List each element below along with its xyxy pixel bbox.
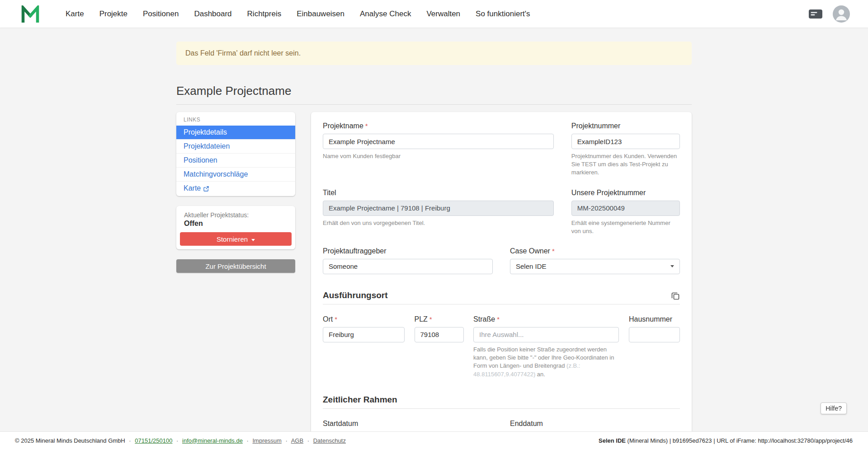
footer-datenschutz-link[interactable]: Datenschutz: [313, 437, 346, 444]
projektname-helper: Name vom Kunden festlegbar: [323, 152, 554, 160]
case-owner-select[interactable]: Selen IDE: [510, 259, 680, 274]
nav-karte[interactable]: Karte: [58, 0, 92, 28]
projektnummer-input[interactable]: [571, 134, 680, 149]
nav-positionen[interactable]: Positionen: [135, 0, 186, 28]
separator: ·: [247, 437, 249, 444]
case-owner-field: Case Owner* Selen IDE: [510, 247, 680, 274]
strasse-input[interactable]: [473, 327, 619, 342]
help-button[interactable]: Hilfe?: [821, 402, 847, 414]
alert-warning: Das Feld 'Firma' darf nicht leer sein.: [176, 42, 692, 65]
plz-field: PLZ*: [415, 315, 464, 342]
startdatum-label: Startdatum: [323, 420, 493, 428]
hausnummer-field: Hausnummer: [629, 315, 680, 342]
status-label: Aktueller Projektstatus:: [176, 206, 295, 220]
startdatum-field: Startdatum: [323, 420, 493, 431]
unsere-projektnummer-helper: Erhält eine systemgenerierte Nummer von …: [571, 219, 680, 235]
page-body: Das Feld 'Firma' darf nicht leer sein. E…: [0, 28, 868, 431]
strasse-field: Straße* Falls die Position keiner Straße…: [473, 315, 619, 379]
sidebar-item-label: Matchingvorschläge: [184, 170, 248, 178]
footer-session-rest: (Mineral Minds) | b91695ed7623 | URL of …: [626, 437, 853, 444]
copyright-text: © 2025 Mineral Minds Deutschland GmbH: [15, 437, 125, 444]
footer: © 2025 Mineral Minds Deutschland GmbH · …: [0, 431, 868, 449]
title-divider: [176, 104, 692, 105]
required-marker: *: [365, 122, 368, 130]
nav-projekte[interactable]: Projekte: [92, 0, 135, 28]
footer-phone-link[interactable]: 07151/250100: [135, 437, 172, 444]
footer-agb-link[interactable]: AGB: [291, 437, 303, 444]
projektname-label: Projektname*: [323, 122, 554, 130]
external-link-icon: [203, 186, 209, 192]
navbar-actions: [808, 5, 850, 23]
main-nav: Karte Projekte Positionen Dashboard Rich…: [58, 0, 538, 28]
footer-impressum-link[interactable]: Impressum: [252, 437, 281, 444]
projektnummer-label: Projektnummer: [571, 122, 680, 130]
links-header: LINKS: [176, 112, 295, 126]
user-avatar[interactable]: [833, 5, 850, 23]
enddatum-label: Enddatum: [510, 420, 680, 428]
projektname-input[interactable]: [323, 134, 554, 149]
nav-analyse-check[interactable]: Analyse Check: [352, 0, 419, 28]
section-zeitlicher-rahmen: Zeitlicher Rahmen: [323, 395, 397, 405]
ort-input[interactable]: [323, 327, 405, 342]
status-value: Offen: [176, 220, 295, 232]
sidebar-item-projektdetails[interactable]: Projektdetails: [176, 126, 295, 139]
separator: ·: [285, 437, 287, 444]
copy-icon[interactable]: [671, 291, 680, 300]
nav-einbauweisen[interactable]: Einbauweisen: [289, 0, 352, 28]
sidebar-item-label: Projektdetails: [184, 128, 227, 136]
back-to-projects-button[interactable]: Zur Projektübersicht: [176, 259, 295, 273]
nav-verwalten[interactable]: Verwalten: [419, 0, 468, 28]
sidebar-item-matchingvorschlaege[interactable]: Matchingvorschläge: [176, 167, 295, 181]
sidebar-item-positionen[interactable]: Positionen: [176, 153, 295, 167]
enddatum-field: Enddatum: [510, 420, 680, 431]
required-marker: *: [429, 315, 432, 323]
server-icon[interactable]: [808, 8, 823, 20]
projektname-field: Projektname* Name vom Kunden festlegbar: [323, 122, 554, 160]
sidebar-item-karte[interactable]: Karte: [176, 181, 295, 195]
mineral-minds-logo: [21, 5, 40, 23]
titel-helper: Erhält den von uns vorgegebenen Titel.: [323, 219, 554, 227]
footer-user: Selen IDE: [599, 437, 626, 444]
unsere-projektnummer-field: Unsere Projektnummer Erhält eine systemg…: [571, 189, 680, 235]
alert-message: Das Feld 'Firma' darf nicht leer sein.: [185, 49, 301, 57]
required-marker: *: [335, 315, 337, 323]
section-divider: [323, 304, 680, 304]
stornieren-button[interactable]: Stornieren: [180, 232, 292, 246]
required-marker: *: [552, 247, 555, 255]
nav-dashboard[interactable]: Dashboard: [186, 0, 239, 28]
plz-input[interactable]: [415, 327, 464, 342]
project-details-form: Projektname* Name vom Kunden festlegbar …: [311, 112, 692, 431]
nav-so-funktionierts[interactable]: So funktioniert's: [468, 0, 538, 28]
unsere-projektnummer-input: [571, 201, 680, 216]
projektnummer-field: Projektnummer Projektnummer des Kunden. …: [571, 122, 680, 177]
projektauftraggeber-input[interactable]: [323, 259, 493, 274]
sidebar-item-projektdateien[interactable]: Projektdateien: [176, 139, 295, 153]
hausnummer-input[interactable]: [629, 327, 680, 342]
sidebar-item-label: Karte: [184, 184, 201, 192]
projektnummer-helper: Projektnummer des Kunden. Verwenden Sie …: [571, 152, 680, 177]
separator: ·: [129, 437, 131, 444]
titel-input: [323, 201, 554, 216]
ort-field: Ort*: [323, 315, 405, 342]
strasse-helper: Falls die Position keiner Straße zugeord…: [473, 346, 619, 379]
sidebar-item-label: Projektdateien: [184, 142, 230, 150]
nav-richtpreis[interactable]: Richtpreis: [240, 0, 289, 28]
footer-left: © 2025 Mineral Minds Deutschland GmbH · …: [15, 437, 346, 444]
separator: ·: [176, 437, 178, 444]
footer-email-link[interactable]: info@mineral-minds.de: [182, 437, 243, 444]
titel-label: Titel: [323, 189, 554, 197]
ort-label: Ort*: [323, 315, 405, 323]
chevron-down-icon: [670, 265, 674, 267]
titel-field: Titel Erhält den von uns vorgegebenen Ti…: [323, 189, 554, 227]
section-divider: [323, 408, 680, 409]
separator: ·: [307, 437, 309, 444]
case-owner-value: Selen IDE: [516, 262, 547, 270]
stornieren-label: Stornieren: [217, 235, 248, 243]
status-card: Aktueller Projektstatus: Offen Storniere…: [176, 206, 295, 249]
projektauftraggeber-field: Projektauftraggeber: [323, 247, 493, 274]
chevron-down-icon: [251, 239, 255, 241]
section-ausfuehrungsort: Ausführungsort: [323, 290, 388, 300]
links-card: LINKS Projektdetails Projektdateien Posi…: [176, 112, 295, 196]
plz-label: PLZ*: [415, 315, 464, 323]
top-navbar: Karte Projekte Positionen Dashboard Rich…: [0, 0, 868, 28]
